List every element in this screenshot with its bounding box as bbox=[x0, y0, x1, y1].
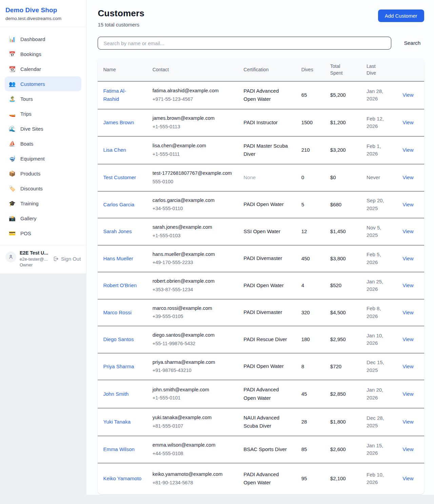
shop-subdomain: demo.test.divestreams.com bbox=[5, 16, 81, 21]
customer-name-link[interactable]: Sarah Jones bbox=[103, 227, 132, 236]
search-input[interactable] bbox=[98, 37, 391, 50]
customer-email: lisa.chen@example.com bbox=[153, 142, 233, 150]
customer-name-link[interactable]: John Smith bbox=[103, 390, 129, 398]
customer-last-dive: Dec 28, 2025 bbox=[367, 415, 384, 429]
customer-name-link[interactable]: Marco Rossi bbox=[103, 309, 131, 317]
customer-total-spent: $680 bbox=[330, 202, 341, 207]
customer-name-link[interactable]: Keiko Yamamoto bbox=[103, 474, 141, 483]
view-customer-link[interactable]: View bbox=[402, 256, 413, 261]
tours-icon: 🏝️ bbox=[9, 96, 16, 102]
view-customer-link[interactable]: View bbox=[402, 446, 413, 452]
view-customer-link[interactable]: View bbox=[402, 228, 413, 234]
customer-last-dive: Jan 28, 2026 bbox=[367, 88, 383, 102]
view-customer-link[interactable]: View bbox=[402, 419, 413, 425]
table-row: Marco Rossi marco.rossi@example.com +39-… bbox=[98, 299, 424, 326]
customer-total-spent: $0 bbox=[330, 174, 336, 180]
view-customer-link[interactable]: View bbox=[402, 202, 413, 207]
table-row: Emma Wilson emma.wilson@example.com +44-… bbox=[98, 436, 424, 463]
customer-total-spent: $2,100 bbox=[330, 475, 346, 481]
sidebar-item-tours[interactable]: 🏝️ Tours bbox=[5, 91, 81, 106]
products-icon: 📦 bbox=[9, 170, 16, 177]
column-header-certification: Certification bbox=[238, 58, 296, 81]
customer-email: fatima.alrashid@example.com bbox=[153, 87, 233, 95]
sidebar-item-pos[interactable]: 💳 POS bbox=[5, 226, 81, 241]
sidebar-item-boats[interactable]: ⛵ Boats bbox=[5, 136, 81, 151]
view-customer-link[interactable]: View bbox=[402, 119, 413, 125]
training-icon: 🎓 bbox=[9, 200, 16, 207]
search-button[interactable]: Search bbox=[400, 38, 424, 48]
user-email: e2e-tester@... bbox=[20, 257, 50, 262]
customer-email: yuki.tanaka@example.com bbox=[153, 414, 233, 422]
sidebar-user-section: E2E Test U... e2e-tester@... Owner Sign … bbox=[0, 245, 86, 274]
customer-dives: 65 bbox=[301, 92, 307, 98]
person-icon bbox=[8, 254, 14, 260]
table-row: Test Customer test-1772681807767@example… bbox=[98, 164, 424, 191]
customer-total-spent: $2,850 bbox=[330, 391, 346, 397]
dashboard-icon: 📊 bbox=[9, 36, 16, 42]
main-content: Customers 15 total customers Add Custome… bbox=[86, 0, 434, 495]
view-customer-link[interactable]: View bbox=[402, 310, 413, 315]
customer-name-link[interactable]: Fatima Al-Rashid bbox=[103, 87, 141, 103]
view-customer-link[interactable]: View bbox=[402, 363, 413, 369]
view-customer-link[interactable]: View bbox=[402, 147, 413, 153]
table-row: James Brown james.brown@example.com +1-5… bbox=[98, 109, 424, 136]
customer-last-dive: Feb 10, 2026 bbox=[367, 472, 384, 485]
sidebar-item-dive-sites[interactable]: 🌊 Dive Sites bbox=[5, 121, 81, 136]
customer-name-link[interactable]: Hans Mueller bbox=[103, 255, 133, 263]
sidebar: Demo Dive Shop demo.test.divestreams.com… bbox=[0, 0, 86, 274]
view-customer-link[interactable]: View bbox=[402, 391, 413, 397]
customer-email: carlos.garcia@example.com bbox=[153, 197, 233, 204]
customer-last-dive: Feb 12, 2026 bbox=[367, 116, 384, 129]
customer-phone: +1-555-0113 bbox=[153, 123, 233, 131]
view-customer-link[interactable]: View bbox=[402, 475, 413, 481]
sidebar-item-equipment[interactable]: 🤿 Equipment bbox=[5, 151, 81, 166]
customer-phone: +1-555-0103 bbox=[153, 232, 233, 240]
view-customer-link[interactable]: View bbox=[402, 336, 413, 342]
view-customer-link[interactable]: View bbox=[402, 92, 413, 98]
column-header-dives: Dives bbox=[296, 58, 325, 81]
customer-name-link[interactable]: Lisa Chen bbox=[103, 146, 126, 154]
sidebar-item-trips[interactable]: 🚤 Trips bbox=[5, 106, 81, 121]
search-row: Search bbox=[98, 37, 424, 50]
add-customer-button[interactable]: Add Customer bbox=[378, 10, 424, 22]
sidebar-item-discounts[interactable]: 🏷️ Discounts bbox=[5, 181, 81, 196]
user-role: Owner bbox=[20, 262, 50, 267]
view-customer-link[interactable]: View bbox=[402, 174, 413, 180]
customer-name-link[interactable]: James Brown bbox=[103, 118, 134, 127]
customer-email: james.brown@example.com bbox=[153, 115, 233, 122]
view-customer-link[interactable]: View bbox=[402, 282, 413, 288]
customer-last-dive: Feb 5, 2026 bbox=[367, 251, 381, 265]
customer-name-link[interactable]: Diego Santos bbox=[103, 335, 134, 343]
shop-title: Demo Dive Shop bbox=[5, 6, 81, 14]
customer-name-link[interactable]: Emma Wilson bbox=[103, 445, 135, 453]
customer-total-spent: $2,600 bbox=[330, 446, 346, 452]
customer-last-dive: Dec 15, 2025 bbox=[367, 359, 384, 373]
customer-phone: +81-90-1234-5678 bbox=[153, 479, 233, 487]
customer-certification: PADI Divemaster bbox=[243, 308, 290, 317]
sidebar-item-label: Trips bbox=[20, 111, 32, 117]
table-row: Yuki Tanaka yuki.tanaka@example.com +81-… bbox=[98, 408, 424, 436]
customer-total-spent: $3,200 bbox=[330, 147, 346, 153]
customer-total-spent: $4,500 bbox=[330, 310, 346, 315]
sidebar-item-training[interactable]: 🎓 Training bbox=[5, 196, 81, 211]
customer-name-link[interactable]: Robert O'Brien bbox=[103, 281, 137, 290]
customer-email: john.smith@example.com bbox=[153, 386, 233, 394]
customer-certification: BSAC Sports Diver bbox=[243, 445, 290, 454]
sidebar-item-label: Discounts bbox=[20, 186, 43, 191]
app-layout: Demo Dive Shop demo.test.divestreams.com… bbox=[0, 0, 434, 495]
customer-email: hans.mueller@example.com bbox=[153, 251, 233, 258]
customer-name-link[interactable]: Test Customer bbox=[103, 173, 136, 182]
customer-name-link[interactable]: Yuki Tanaka bbox=[103, 418, 131, 426]
sidebar-item-bookings[interactable]: 📅 Bookings bbox=[5, 46, 81, 61]
customer-last-dive: Jan 15, 2026 bbox=[367, 443, 383, 456]
customer-name-link[interactable]: Carlos Garcia bbox=[103, 201, 134, 209]
sign-out-button[interactable]: Sign Out bbox=[53, 256, 81, 262]
customer-name-link[interactable]: Priya Sharma bbox=[103, 362, 134, 371]
sidebar-item-calendar[interactable]: 📆 Calendar bbox=[5, 61, 81, 76]
sidebar-item-products[interactable]: 📦 Products bbox=[5, 166, 81, 181]
sidebar-item-customers[interactable]: 👥 Customers bbox=[5, 76, 81, 91]
customer-dives: 320 bbox=[301, 310, 310, 315]
sidebar-item-dashboard[interactable]: 📊 Dashboard bbox=[5, 32, 81, 46]
table-row: Fatima Al-Rashid fatima.alrashid@example… bbox=[98, 81, 424, 109]
sidebar-item-gallery[interactable]: 📸 Gallery bbox=[5, 211, 81, 226]
